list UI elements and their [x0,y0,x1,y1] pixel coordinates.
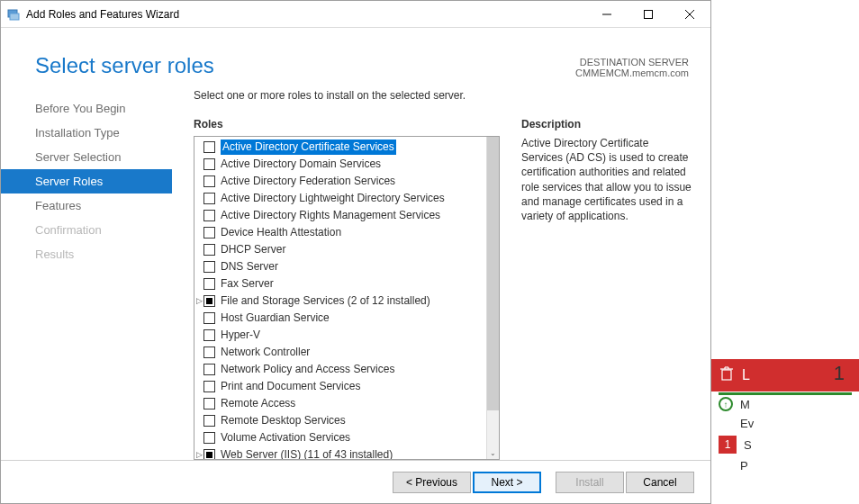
role-row[interactable]: DHCP Server [194,241,486,258]
nav-item-server-roles[interactable]: Server Roles [1,169,172,194]
role-checkbox[interactable] [203,210,215,221]
nav-item-results: Results [1,242,172,266]
description-text: Active Directory Certificate Services (A… [521,136,692,223]
role-label[interactable]: DNS Server [221,259,278,274]
role-label[interactable]: Network Controller [221,345,310,360]
nav-item-installation-type[interactable]: Installation Type [1,121,172,145]
install-button: Install [556,472,624,493]
role-row[interactable]: Print and Document Services [194,378,486,395]
role-row[interactable]: Active Directory Lightweight Directory S… [194,190,486,207]
role-checkbox[interactable] [203,261,215,273]
header-area: Select server roles DESTINATION SERVER C… [1,28,710,78]
role-row[interactable]: ▷Web Server (IIS) (11 of 43 installed) [194,446,486,459]
role-label[interactable]: Volume Activation Services [221,430,350,446]
expand-triangle-icon[interactable]: ▷ [194,447,203,459]
role-label[interactable]: Web Server (IIS) (11 of 43 installed) [221,447,393,459]
role-checkbox[interactable] [203,193,215,204]
role-checkbox[interactable] [203,158,215,170]
titlebar-buttons [586,1,710,27]
role-row[interactable]: Fax Server [194,275,486,292]
red-badge: 1 [719,436,737,454]
trash-icon [720,366,733,384]
scrollbar[interactable]: ⌄ [486,137,499,459]
role-row[interactable]: Remote Access [194,395,486,412]
role-label[interactable]: Active Directory Rights Management Servi… [221,208,440,223]
role-label[interactable]: Hyper-V [221,328,260,343]
app-icon [6,7,21,22]
role-label[interactable]: Remote Desktop Services [221,413,346,428]
role-row[interactable]: DNS Server [194,258,486,275]
role-checkbox[interactable] [203,227,215,238]
role-row[interactable]: Active Directory Federation Services [194,173,486,190]
nav-item-before-you-begin[interactable]: Before You Begin [1,96,172,121]
role-label[interactable]: File and Storage Services (2 of 12 insta… [221,293,430,309]
destination-block: DESTINATION SERVER CMMEMCM.memcm.com [575,53,689,78]
role-checkbox[interactable] [203,278,215,290]
nav-column: Before You BeginInstallation TypeServer … [1,89,172,460]
maximize-button[interactable] [628,1,669,27]
roles-column: Roles Active Directory Certificate Servi… [194,118,500,460]
role-row[interactable]: Device Health Attestation [194,224,486,241]
cancel-button[interactable]: Cancel [626,472,694,493]
role-checkbox[interactable] [203,381,215,392]
role-row[interactable]: ▷File and Storage Services (2 of 12 inst… [194,292,486,310]
nav-item-server-selection[interactable]: Server Selection [1,145,172,169]
role-label[interactable]: Device Health Attestation [221,225,341,240]
role-label[interactable]: Active Directory Certificate Services [221,140,396,155]
role-row[interactable]: Active Directory Certificate Services [194,139,486,156]
role-label[interactable]: Active Directory Federation Services [221,174,395,189]
role-checkbox[interactable] [203,449,215,459]
svg-rect-3 [645,10,653,18]
role-checkbox[interactable] [203,329,215,341]
description-column: Description Active Directory Certificate… [521,118,692,460]
role-row[interactable]: Active Directory Rights Management Servi… [194,207,486,224]
role-checkbox[interactable] [203,176,215,187]
roles-listbox[interactable]: Active Directory Certificate ServicesAct… [194,136,500,460]
roles-list-inner: Active Directory Certificate ServicesAct… [194,137,486,459]
expand-triangle-icon[interactable]: ▷ [194,293,203,309]
columns: Roles Active Directory Certificate Servi… [194,118,692,460]
titlebar: Add Roles and Features Wizard [1,1,710,28]
side-row-ev[interactable]: Ev [711,411,859,430]
destination-server: CMMEMCM.memcm.com [575,68,689,78]
role-row[interactable]: Network Controller [194,344,486,361]
role-row[interactable]: Hyper-V [194,327,486,344]
side-row-m[interactable]: ↑ M [711,392,859,411]
role-checkbox[interactable] [203,364,215,375]
role-checkbox[interactable] [203,432,215,444]
role-checkbox[interactable] [203,312,215,324]
role-label[interactable]: Active Directory Domain Services [221,157,381,172]
role-label[interactable]: Fax Server [221,276,274,292]
role-row[interactable]: Host Guardian Service [194,310,486,327]
role-checkbox[interactable] [203,398,215,410]
side-row-p[interactable]: P [711,454,859,472]
role-row[interactable]: Volume Activation Services [194,429,486,446]
role-row[interactable]: Network Policy and Access Services [194,361,486,378]
role-label[interactable]: Host Guardian Service [221,310,330,326]
previous-button[interactable]: < Previous [393,472,471,493]
window-title: Add Roles and Features Wizard [26,8,586,21]
nav-item-confirmation: Confirmation [1,218,172,242]
minimize-button[interactable] [586,1,628,27]
role-row[interactable]: Remote Desktop Services [194,412,486,429]
role-checkbox[interactable] [203,295,215,307]
description-header: Description [521,118,692,130]
role-checkbox[interactable] [203,415,215,427]
role-label[interactable]: DHCP Server [221,242,285,257]
side-row-s[interactable]: 1 S [711,430,859,454]
up-arrow-icon: ↑ [719,397,733,411]
role-label[interactable]: Remote Access [221,396,295,411]
scroll-down-icon[interactable]: ⌄ [487,449,499,457]
role-label[interactable]: Network Policy and Access Services [221,362,394,377]
nav-item-features[interactable]: Features [1,194,172,218]
role-checkbox[interactable] [203,346,215,358]
next-button[interactable]: Next > [473,472,541,493]
side-count: 1 [834,362,852,385]
role-label[interactable]: Active Directory Lightweight Directory S… [221,191,445,206]
role-row[interactable]: Active Directory Domain Services [194,156,486,173]
scrollbar-thumb[interactable] [487,137,499,410]
role-checkbox[interactable] [203,141,215,153]
role-label[interactable]: Print and Document Services [221,379,360,394]
role-checkbox[interactable] [203,244,215,256]
close-button[interactable] [669,1,710,27]
